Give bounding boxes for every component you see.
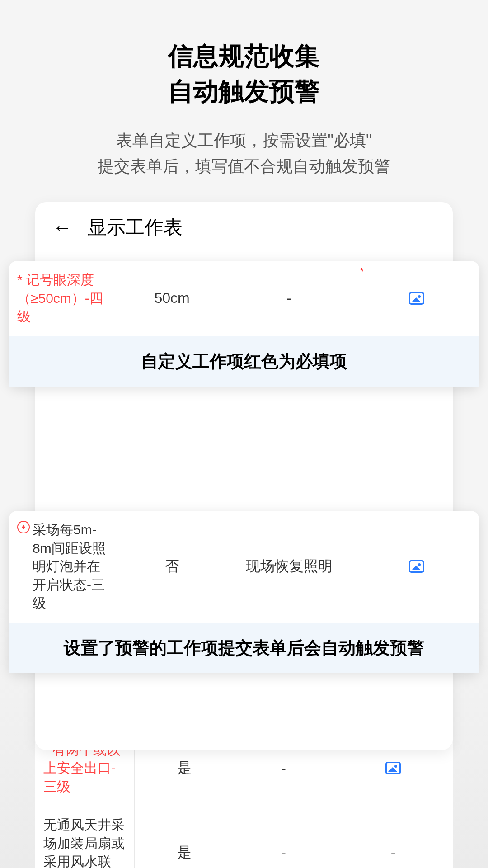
- field-label: 采场每5m-8m间距设照明灯泡并在开启状态-三级: [33, 521, 112, 613]
- page-title-line2: 自动触发预警: [0, 74, 488, 109]
- table-row: 采场每5m-8m间距设照明灯泡并在开启状态-三级 否 现场恢复照明: [9, 511, 479, 623]
- photo-icon[interactable]: [385, 762, 401, 774]
- table-row: * 记号眼深度（≥50cm）-四级 50cm - *: [9, 261, 479, 336]
- photo-icon[interactable]: [409, 292, 424, 305]
- popup-footer: 设置了预警的工作项提交表单后会自动触发预警: [9, 623, 479, 673]
- field-note: -: [281, 844, 286, 861]
- popup-footer: 自定义工作项红色为必填项: [9, 336, 479, 387]
- field-label: 无通风天井采场加装局扇或采用风水联动-四级: [43, 816, 126, 868]
- field-note: -: [286, 290, 291, 307]
- field-value: 否: [165, 557, 179, 576]
- field-label: * 记号眼深度（≥50cm）-四级: [17, 271, 112, 326]
- popup-alarm-trigger: 采场每5m-8m间距设照明灯泡并在开启状态-三级 否 现场恢复照明 设置了预警的…: [9, 511, 479, 673]
- popup-required-field: * 记号眼深度（≥50cm）-四级 50cm - * 自定义工作项红色为必填项: [9, 261, 479, 387]
- field-note: -: [281, 760, 286, 777]
- field-note: 现场恢复照明: [246, 557, 333, 576]
- field-value: 是: [177, 758, 192, 778]
- field-extra: -: [391, 844, 396, 861]
- back-icon[interactable]: ←: [52, 216, 72, 239]
- card-title: 显示工作表: [88, 215, 183, 240]
- page-title-line1: 信息规范收集: [0, 38, 488, 74]
- field-value: 50cm: [154, 290, 189, 307]
- required-star: *: [360, 265, 364, 278]
- page-subtitle-line1: 表单自定义工作项，按需设置"必填": [0, 127, 488, 154]
- alarm-icon: [17, 521, 30, 533]
- page-subtitle-line2: 提交表单后，填写值不合规自动触发预警: [0, 153, 488, 179]
- table-row: 无通风天井采场加装局扇或采用风水联动-四级是--: [35, 806, 453, 868]
- photo-icon[interactable]: [409, 560, 424, 573]
- field-value: 是: [177, 843, 192, 863]
